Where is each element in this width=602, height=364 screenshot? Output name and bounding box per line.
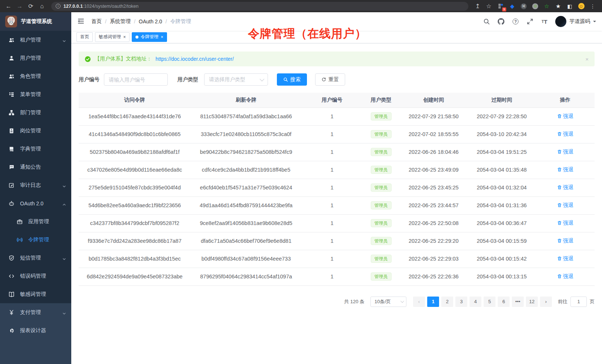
pagination-total: 共 120 条 — [344, 298, 364, 305]
sidebar-item-label: 通知公告 — [20, 164, 66, 171]
page-size-select[interactable]: 10条/页 — [370, 297, 406, 307]
table-row: 41c41346a548490f9dc8b01c6bfe0865333ecfc7… — [79, 125, 595, 143]
briefcase-icon — [16, 218, 23, 225]
force-logout-button[interactable]: 强退 — [557, 184, 573, 191]
sidebar-item-label: 支付管理 — [20, 309, 62, 316]
sidebar-item-pay[interactable]: 支付管理 — [0, 303, 71, 321]
gem-extension-icon[interactable]: ◆ — [509, 3, 516, 10]
page-button-4[interactable]: 4 — [470, 297, 481, 307]
chevron-down-icon — [593, 21, 596, 24]
action-cell: 强退 — [536, 179, 595, 196]
breadcrumb-item[interactable]: 首页 — [91, 18, 102, 25]
address-bar[interactable]: i 127.0.0.1:1024/system/oauth2/token — [51, 2, 468, 11]
star-green-extension-icon[interactable]: ☆ — [543, 3, 550, 10]
emoji-avatar-icon[interactable]: ☺ — [578, 3, 585, 10]
font-size-icon[interactable]: TT — [541, 18, 548, 25]
close-icon[interactable]: × — [123, 34, 126, 40]
extension-grid-icon[interactable]: ◆ 9 — [497, 3, 504, 10]
fullscreen-icon[interactable] — [526, 18, 534, 25]
alert-close-icon[interactable]: × — [585, 56, 589, 62]
force-logout-button[interactable]: 强退 — [557, 113, 573, 120]
sidebar-item-sms[interactable]: 短信管理 — [0, 249, 71, 267]
goto-page-input[interactable] — [570, 297, 587, 307]
tab-首页[interactable]: 首页 — [76, 32, 93, 42]
doc-link[interactable]: https://doc.iocoder.cn/user-center/ — [156, 56, 234, 62]
goto-label: 前往 — [558, 298, 567, 305]
search-icon[interactable] — [483, 18, 490, 25]
star-white-extension-icon[interactable]: ★ — [555, 3, 562, 10]
page-button-3[interactable]: 3 — [455, 297, 467, 307]
reload-icon[interactable]: ⟳ — [26, 1, 36, 11]
tab-令牌管理[interactable]: 令牌管理× — [132, 32, 167, 42]
home-icon[interactable]: ⌂ — [37, 1, 47, 11]
user-id-cell: 1 — [301, 107, 362, 125]
sidebar-item-audit-log[interactable]: 审计日志 — [0, 176, 71, 194]
browser-menu-icon[interactable]: ⋮ — [589, 3, 596, 10]
force-logout-button[interactable]: 强退 — [557, 273, 573, 280]
page-button-2[interactable]: 2 — [441, 297, 453, 307]
split-square-extension-icon[interactable]: ◧ — [566, 3, 573, 10]
sidebar-item-menu[interactable]: 菜单管理 — [0, 85, 71, 103]
sidebar-item-tenant[interactable]: 租户管理 — [0, 31, 71, 49]
user-type-cell: 管理员 — [362, 107, 399, 125]
site-info-icon[interactable]: i — [56, 4, 60, 9]
expire-time-cell: 2054-03-04 00:15:59 — [468, 232, 536, 250]
sidebar-item-oauth2-token[interactable]: 令牌管理 — [0, 231, 71, 249]
reset-button[interactable]: 重置 — [315, 73, 345, 86]
more-pages-button[interactable]: ••• — [512, 297, 524, 307]
page-button-12[interactable]: 12 — [526, 297, 538, 307]
sidebar-item-oauth2-app[interactable]: 应用管理 — [0, 212, 71, 231]
sidebar-item-role[interactable]: 角色管理 — [0, 67, 71, 85]
page-button-1[interactable]: 1 — [427, 297, 439, 307]
force-logout-button[interactable]: 强退 — [557, 131, 573, 138]
sidebar-item-error-code[interactable]: 错误码管理 — [0, 267, 71, 285]
sidebar-item-dept[interactable]: 部门管理 — [0, 103, 71, 122]
breadcrumb-item[interactable]: OAuth 2.0 — [139, 19, 162, 24]
sidebar-item-sensitive-word[interactable]: 敏感词管理 — [0, 285, 71, 303]
sidebar-item-notice[interactable]: 通知公告 — [0, 158, 71, 176]
access-token-cell: 502375b8040a469a9b82188afdf6af1f — [79, 143, 191, 161]
close-icon[interactable]: × — [161, 34, 163, 40]
app-logo-bar[interactable]: 🐰 芋道管理系统 — [0, 12, 71, 31]
breadcrumb-item[interactable]: 系统管理 — [110, 18, 131, 25]
page-button-6[interactable]: 6 — [498, 297, 510, 307]
access-token-cell: 41c41346a548490f9dc8b01c6bfe0865 — [79, 125, 191, 143]
force-logout-button[interactable]: 强退 — [557, 149, 573, 155]
user-id-cell: 1 — [301, 143, 362, 161]
help-icon[interactable]: ? — [512, 18, 519, 25]
forward-icon[interactable]: → — [15, 1, 24, 11]
users-icon — [8, 37, 15, 43]
force-logout-button[interactable]: 强退 — [557, 202, 573, 209]
github-icon[interactable] — [497, 18, 505, 25]
sidebar-toggle-icon[interactable] — [77, 17, 85, 26]
next-page-button[interactable]: › — [540, 297, 552, 307]
sidebar-item-label: 审计日志 — [20, 182, 62, 189]
tab-敏感词管理[interactable]: 敏感词管理× — [95, 32, 130, 42]
share-icon[interactable]: ↥ — [473, 1, 482, 11]
record-extension-icon[interactable] — [532, 3, 539, 10]
page-button-5[interactable]: 5 — [484, 297, 495, 307]
table-row: 1ea5e44f8bc1467aaede43144f31de76811c5304… — [79, 107, 595, 125]
sidebar-item-post[interactable]: 岗位管理 — [0, 122, 71, 140]
force-logout-button[interactable]: 强退 — [557, 166, 573, 173]
refresh-token-cell: 49d1aa46d1454fbd87591444423be9fa — [191, 196, 302, 214]
prev-page-button[interactable]: ‹ — [413, 297, 425, 307]
sidebar-item-report-designer[interactable]: 报表设计器 — [0, 321, 71, 340]
user-id-cell: 1 — [301, 250, 362, 268]
search-button[interactable]: 搜索 — [277, 73, 307, 86]
access-token-cell: 275e5de9151045fe87cbdc395e004f4d — [79, 179, 191, 196]
user-menu[interactable]: 芋道源码 — [555, 16, 596, 27]
user-id-input[interactable] — [104, 73, 168, 86]
id-badge-icon — [8, 128, 15, 134]
force-logout-button[interactable]: 强退 — [557, 238, 573, 244]
user-type-select[interactable]: 请选择用户类型 — [204, 73, 268, 86]
sidebar-item-oauth2[interactable]: OAuth 2.0 — [0, 194, 71, 212]
created-time-cell: 2022-07-02 18:55:55 — [400, 125, 468, 143]
force-logout-button[interactable]: 强退 — [557, 220, 573, 226]
back-icon[interactable]: ← — [4, 1, 13, 11]
bookmark-star-icon[interactable]: ☆ — [484, 1, 494, 11]
sidebar-item-dict[interactable]: 字典管理 — [0, 140, 71, 158]
sidebar-item-user[interactable]: 用户管理 — [0, 49, 71, 67]
command-extension-icon[interactable]: ⌘ — [520, 3, 527, 10]
force-logout-button[interactable]: 强退 — [557, 255, 573, 262]
